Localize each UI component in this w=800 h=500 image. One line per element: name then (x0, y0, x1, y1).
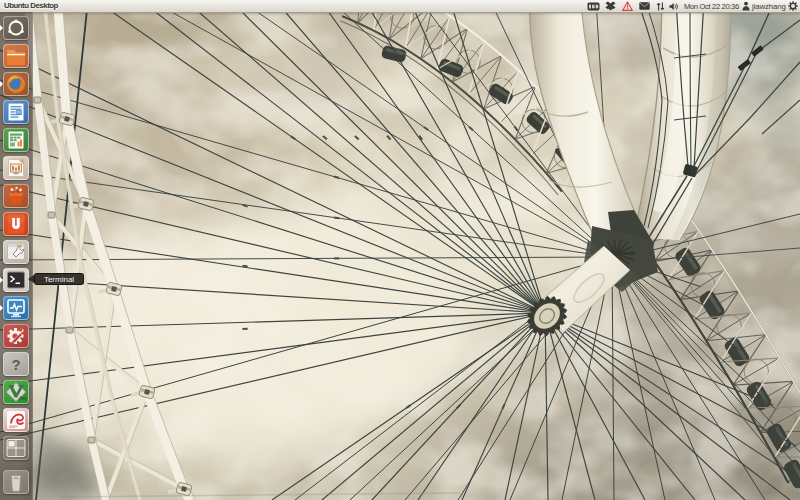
svg-text:im: im (19, 394, 27, 402)
svg-text:?: ? (11, 356, 20, 373)
